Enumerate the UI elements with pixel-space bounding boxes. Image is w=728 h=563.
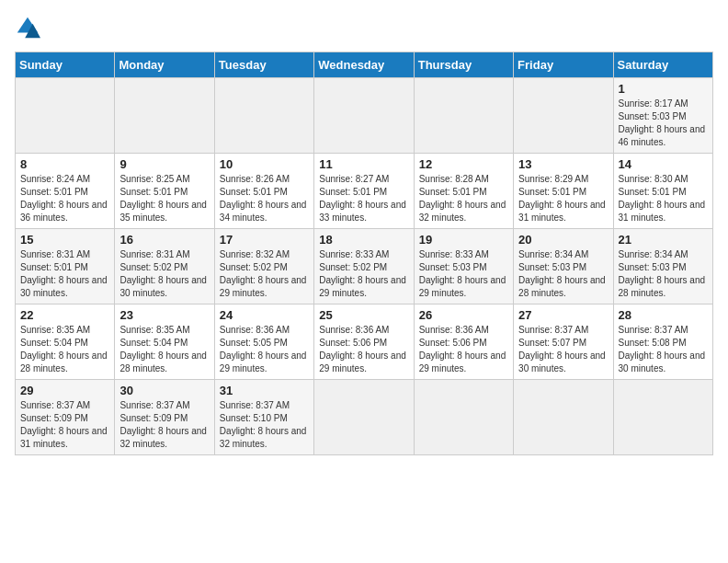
calendar-cell <box>414 380 513 455</box>
calendar-cell: 22Sunrise: 8:35 AMSunset: 5:04 PMDayligh… <box>16 304 115 380</box>
day-info: Sunrise: 8:35 AMSunset: 5:04 PMDaylight:… <box>119 324 209 375</box>
day-info: Sunrise: 8:36 AMSunset: 5:06 PMDaylight:… <box>319 324 408 375</box>
calendar-cell: 24Sunrise: 8:36 AMSunset: 5:05 PMDayligh… <box>214 304 313 380</box>
calendar-cell: 15Sunrise: 8:31 AMSunset: 5:01 PMDayligh… <box>16 229 115 304</box>
day-info: Sunrise: 8:24 AMSunset: 5:01 PMDaylight:… <box>20 173 109 224</box>
day-info: Sunrise: 8:30 AMSunset: 5:01 PMDaylight:… <box>619 173 708 224</box>
day-info: Sunrise: 8:25 AMSunset: 5:01 PMDaylight:… <box>119 173 209 224</box>
day-number: 16 <box>119 233 209 247</box>
day-number: 17 <box>220 233 309 247</box>
day-info: Sunrise: 8:37 AMSunset: 5:08 PMDaylight:… <box>619 324 708 375</box>
day-number: 23 <box>119 308 209 322</box>
day-number: 18 <box>319 233 408 247</box>
calendar-day-header: Friday <box>514 52 613 78</box>
calendar-header-row: SundayMondayTuesdayWednesdayThursdayFrid… <box>16 52 713 78</box>
calendar-cell: 27Sunrise: 8:37 AMSunset: 5:07 PMDayligh… <box>514 304 613 380</box>
calendar-week-row: 8Sunrise: 8:24 AMSunset: 5:01 PMDaylight… <box>16 154 713 229</box>
day-info: Sunrise: 8:37 AMSunset: 5:07 PMDaylight:… <box>518 324 608 375</box>
day-number: 24 <box>220 308 309 322</box>
day-info: Sunrise: 8:34 AMSunset: 5:03 PMDaylight:… <box>518 248 608 300</box>
day-info: Sunrise: 8:31 AMSunset: 5:02 PMDaylight:… <box>119 248 209 300</box>
calendar-cell <box>16 78 115 154</box>
day-info: Sunrise: 8:33 AMSunset: 5:03 PMDaylight:… <box>419 248 508 300</box>
calendar-cell: 29Sunrise: 8:37 AMSunset: 5:09 PMDayligh… <box>16 380 115 455</box>
day-number: 14 <box>619 157 708 171</box>
logo-icon <box>15 15 40 40</box>
day-info: Sunrise: 8:36 AMSunset: 5:05 PMDaylight:… <box>220 324 309 375</box>
calendar-week-row: 15Sunrise: 8:31 AMSunset: 5:01 PMDayligh… <box>16 229 713 304</box>
page-header <box>15 15 713 40</box>
day-number: 22 <box>20 308 109 322</box>
day-number: 12 <box>419 157 508 171</box>
calendar-cell: 13Sunrise: 8:29 AMSunset: 5:01 PMDayligh… <box>514 154 613 229</box>
day-info: Sunrise: 8:32 AMSunset: 5:02 PMDaylight:… <box>220 248 309 300</box>
calendar-cell: 16Sunrise: 8:31 AMSunset: 5:02 PMDayligh… <box>115 229 214 304</box>
calendar-cell: 31Sunrise: 8:37 AMSunset: 5:10 PMDayligh… <box>214 380 313 455</box>
day-number: 28 <box>619 308 708 322</box>
calendar-cell: 11Sunrise: 8:27 AMSunset: 5:01 PMDayligh… <box>314 154 414 229</box>
calendar-cell <box>314 78 414 154</box>
calendar-cell: 19Sunrise: 8:33 AMSunset: 5:03 PMDayligh… <box>414 229 513 304</box>
calendar-week-row: 29Sunrise: 8:37 AMSunset: 5:09 PMDayligh… <box>16 380 713 455</box>
day-info: Sunrise: 8:33 AMSunset: 5:02 PMDaylight:… <box>319 248 408 300</box>
calendar-cell: 21Sunrise: 8:34 AMSunset: 5:03 PMDayligh… <box>613 229 712 304</box>
day-info: Sunrise: 8:36 AMSunset: 5:06 PMDaylight:… <box>419 324 508 375</box>
day-number: 30 <box>119 384 209 397</box>
calendar-week-row: 1Sunrise: 8:17 AMSunset: 5:03 PMDaylight… <box>16 78 713 154</box>
calendar-body: 1Sunrise: 8:17 AMSunset: 5:03 PMDaylight… <box>16 78 713 455</box>
calendar-cell: 14Sunrise: 8:30 AMSunset: 5:01 PMDayligh… <box>613 154 712 229</box>
day-info: Sunrise: 8:31 AMSunset: 5:01 PMDaylight:… <box>20 248 109 300</box>
calendar-cell: 26Sunrise: 8:36 AMSunset: 5:06 PMDayligh… <box>414 304 513 380</box>
day-number: 31 <box>220 384 309 397</box>
logo <box>15 15 44 40</box>
calendar-cell <box>314 380 414 455</box>
day-number: 25 <box>319 308 408 322</box>
day-number: 29 <box>20 384 109 397</box>
calendar-day-header: Thursday <box>414 52 513 78</box>
calendar-table: SundayMondayTuesdayWednesdayThursdayFrid… <box>15 52 713 455</box>
calendar-cell <box>514 78 613 154</box>
day-info: Sunrise: 8:29 AMSunset: 5:01 PMDaylight:… <box>518 173 608 224</box>
day-number: 9 <box>119 157 209 171</box>
calendar-cell: 10Sunrise: 8:26 AMSunset: 5:01 PMDayligh… <box>214 154 313 229</box>
day-info: Sunrise: 8:17 AMSunset: 5:03 PMDaylight:… <box>619 98 708 149</box>
day-number: 21 <box>619 233 708 247</box>
day-number: 1 <box>619 82 708 96</box>
day-info: Sunrise: 8:35 AMSunset: 5:04 PMDaylight:… <box>20 324 109 375</box>
day-number: 8 <box>20 157 109 171</box>
calendar-cell <box>414 78 513 154</box>
calendar-cell <box>613 380 712 455</box>
calendar-cell: 17Sunrise: 8:32 AMSunset: 5:02 PMDayligh… <box>214 229 313 304</box>
calendar-cell: 20Sunrise: 8:34 AMSunset: 5:03 PMDayligh… <box>514 229 613 304</box>
day-number: 20 <box>518 233 608 247</box>
calendar-cell <box>214 78 313 154</box>
day-number: 11 <box>319 157 408 171</box>
calendar-cell: 8Sunrise: 8:24 AMSunset: 5:01 PMDaylight… <box>16 154 115 229</box>
calendar-week-row: 22Sunrise: 8:35 AMSunset: 5:04 PMDayligh… <box>16 304 713 380</box>
day-info: Sunrise: 8:37 AMSunset: 5:10 PMDaylight:… <box>220 399 309 451</box>
calendar-day-header: Sunday <box>16 52 115 78</box>
calendar-day-header: Monday <box>115 52 214 78</box>
day-number: 27 <box>518 308 608 322</box>
calendar-cell <box>514 380 613 455</box>
day-info: Sunrise: 8:26 AMSunset: 5:01 PMDaylight:… <box>220 173 309 224</box>
day-info: Sunrise: 8:34 AMSunset: 5:03 PMDaylight:… <box>619 248 708 300</box>
day-number: 10 <box>220 157 309 171</box>
day-info: Sunrise: 8:37 AMSunset: 5:09 PMDaylight:… <box>119 399 209 451</box>
day-info: Sunrise: 8:28 AMSunset: 5:01 PMDaylight:… <box>419 173 508 224</box>
day-info: Sunrise: 8:37 AMSunset: 5:09 PMDaylight:… <box>20 399 109 451</box>
calendar-cell <box>115 78 214 154</box>
calendar-day-header: Saturday <box>613 52 712 78</box>
calendar-cell: 25Sunrise: 8:36 AMSunset: 5:06 PMDayligh… <box>314 304 414 380</box>
calendar-cell: 18Sunrise: 8:33 AMSunset: 5:02 PMDayligh… <box>314 229 414 304</box>
calendar-cell: 9Sunrise: 8:25 AMSunset: 5:01 PMDaylight… <box>115 154 214 229</box>
calendar-day-header: Tuesday <box>214 52 313 78</box>
calendar-day-header: Wednesday <box>314 52 414 78</box>
day-number: 19 <box>419 233 508 247</box>
day-number: 13 <box>518 157 608 171</box>
calendar-cell: 12Sunrise: 8:28 AMSunset: 5:01 PMDayligh… <box>414 154 513 229</box>
day-number: 15 <box>20 233 109 247</box>
calendar-cell: 23Sunrise: 8:35 AMSunset: 5:04 PMDayligh… <box>115 304 214 380</box>
calendar-cell: 28Sunrise: 8:37 AMSunset: 5:08 PMDayligh… <box>613 304 712 380</box>
day-info: Sunrise: 8:27 AMSunset: 5:01 PMDaylight:… <box>319 173 408 224</box>
